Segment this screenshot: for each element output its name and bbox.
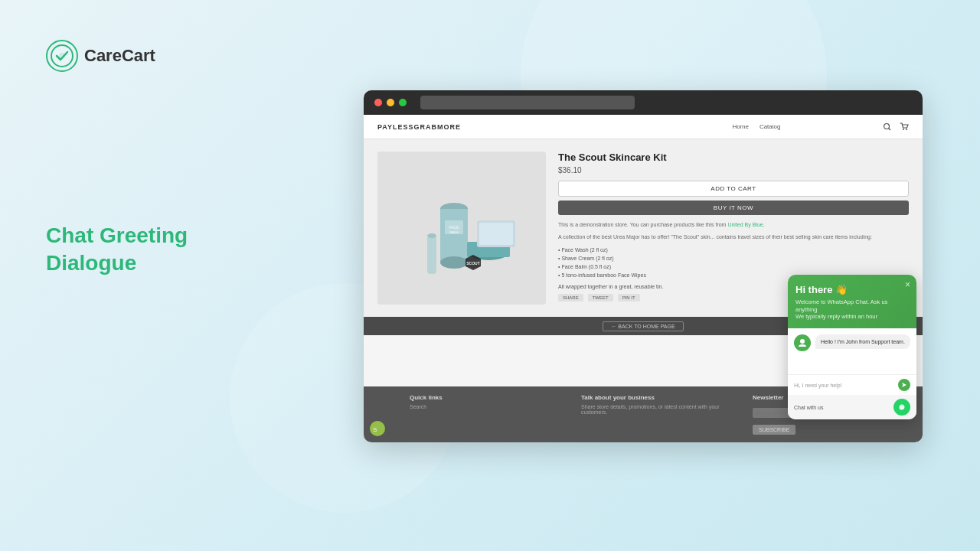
product-title: The Scout Skincare Kit [558, 152, 909, 163]
svg-text:S: S [373, 426, 377, 433]
minimize-dot[interactable] [387, 99, 394, 106]
footer-business-title: Talk about your business [581, 394, 737, 401]
browser-titlebar [364, 90, 923, 115]
chat-input[interactable]: Hi, I need your help! [794, 383, 895, 388]
store-brand: PAYLESSGRABMORE [377, 123, 630, 131]
product-detail: A collection of the best Urea Major has … [558, 233, 909, 241]
svg-text:WASH: WASH [449, 230, 459, 234]
chat-body: Hello ! I'm John from Support team. [788, 328, 916, 374]
logo-area: CareCart [46, 40, 155, 72]
svg-point-10 [440, 256, 468, 269]
svg-rect-9 [440, 209, 468, 262]
svg-point-23 [800, 339, 805, 344]
svg-text:SCOUT: SCOUT [466, 261, 480, 266]
whatsapp-button[interactable] [893, 399, 910, 416]
search-icon[interactable] [883, 122, 892, 132]
product-price: $36.10 [558, 166, 909, 174]
svg-rect-13 [427, 236, 436, 274]
send-icon [901, 382, 907, 388]
logo-text: CareCart [84, 46, 155, 66]
footer-col-business: Talk about your business Share store det… [581, 394, 737, 435]
carecart-logo-icon [46, 40, 78, 72]
svg-point-3 [884, 123, 890, 129]
svg-line-4 [889, 128, 891, 130]
product-link[interactable]: United By Blue [727, 222, 763, 227]
nav-link-home[interactable]: Home [733, 123, 749, 130]
chat-with-us-label: Chat with us [794, 405, 824, 410]
store-content: PAYLESSGRABMORE Home Catalog [364, 115, 923, 442]
chat-footer: Chat with us [788, 395, 916, 419]
whatsapp-icon [897, 402, 907, 412]
svg-point-5 [903, 129, 904, 130]
chat-header: × Hi there 👋 Welcome to WhatsApp Chat. A… [788, 275, 916, 328]
back-to-home-button[interactable]: ← BACK TO HOME PAGE [603, 321, 683, 331]
chat-header-subtitle: Welcome to WhatsApp Chat. Ask usanything… [795, 298, 909, 321]
footer-col-quicklinks: Quick links Search [410, 394, 566, 435]
buy-now-button[interactable]: BUY IT NOW [558, 201, 909, 215]
agent-avatar [794, 334, 811, 351]
nav-link-catalog[interactable]: Catalog [760, 123, 781, 130]
shopify-icon: S [370, 421, 385, 436]
footer-quicklinks-title: Quick links [410, 394, 566, 401]
store-nav-icons [883, 122, 909, 132]
footer-business-desc: Share store details, promotions, or late… [581, 404, 737, 415]
product-illustration: SCOUT FACE WASH [377, 152, 546, 305]
svg-point-2 [59, 53, 65, 59]
agent-bubble: Hello ! I'm John from Support team. [815, 334, 910, 349]
url-bar[interactable] [420, 96, 635, 109]
product-description: This is a demonstration store. You can p… [558, 221, 909, 229]
share-btn-twitter[interactable]: TWEET [588, 294, 613, 302]
chat-send-button[interactable] [898, 379, 910, 391]
share-btn-pinterest[interactable]: PIN IT [618, 294, 640, 302]
left-panel: Chat Greeting Dialogue [46, 222, 188, 278]
chat-agent-message: Hello ! I'm John from Support team. [794, 334, 910, 351]
svg-point-6 [906, 129, 907, 130]
product-image: SCOUT FACE WASH [377, 152, 546, 305]
cart-icon[interactable] [900, 122, 909, 132]
maximize-dot[interactable] [399, 99, 407, 106]
svg-text:FACE: FACE [449, 225, 459, 230]
svg-point-14 [427, 233, 436, 238]
chat-close-button[interactable]: × [905, 279, 910, 290]
subscribe-button[interactable]: SUBSCRIBE [753, 425, 795, 435]
close-dot[interactable] [374, 99, 382, 106]
chat-input-area: Hi, I need your help! [788, 374, 916, 395]
store-nav: PAYLESSGRABMORE Home Catalog [364, 115, 923, 139]
svg-rect-16 [479, 223, 513, 245]
add-to-cart-button[interactable]: ADD TO CART [558, 181, 909, 197]
page-heading: Chat Greeting Dialogue [46, 222, 188, 278]
footer-search-link[interactable]: Search [410, 404, 566, 409]
svg-marker-24 [902, 383, 906, 387]
chat-header-title: Hi there 👋 [795, 284, 909, 295]
browser-window: PAYLESSGRABMORE Home Catalog [364, 90, 923, 442]
share-btn-facebook[interactable]: SHARE [558, 294, 583, 302]
chat-widget: × Hi there 👋 Welcome to WhatsApp Chat. A… [788, 275, 916, 419]
store-nav-links: Home Catalog [630, 123, 883, 130]
